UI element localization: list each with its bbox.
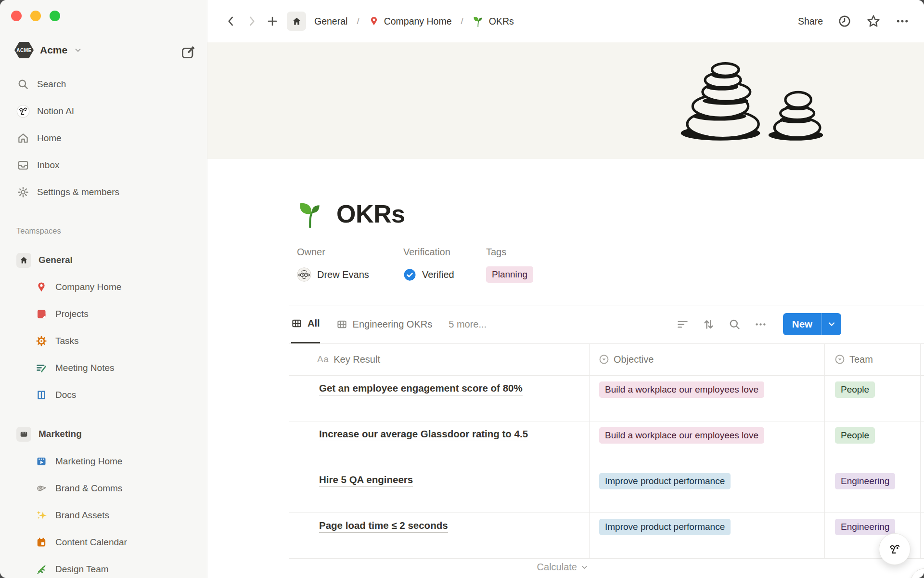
search-icon: [16, 78, 30, 91]
objective-pill[interactable]: Improve product performance: [599, 519, 731, 535]
objective-pill[interactable]: Build a workplace our employees love: [599, 427, 764, 444]
ship-wheel-icon: [35, 334, 48, 348]
table-border: [289, 421, 924, 421]
star-icon: [866, 14, 881, 28]
updates-button[interactable]: [837, 14, 852, 28]
new-button-dropdown[interactable]: [822, 313, 841, 335]
verified-badge-icon: [403, 268, 416, 281]
sidebar-item-tasks[interactable]: Tasks: [0, 330, 204, 352]
new-page-button[interactable]: [179, 43, 197, 62]
share-button[interactable]: Share: [798, 16, 823, 27]
location-pin-icon: [35, 280, 48, 294]
sidebar-item-label: Brand Assets: [55, 510, 109, 521]
breadcrumb-general[interactable]: General: [314, 16, 347, 27]
row-title-link[interactable]: Get an employee engagement score of 80%: [319, 382, 523, 395]
property-value-verification[interactable]: Verified: [403, 265, 454, 284]
sort-button[interactable]: [702, 318, 715, 331]
more-options-button[interactable]: [895, 14, 910, 28]
shell-icon: [35, 482, 48, 495]
view-tab-all[interactable]: All: [291, 305, 320, 343]
team-pill[interactable]: People: [835, 427, 875, 444]
breadcrumb-okrs[interactable]: OKRs: [473, 15, 514, 27]
new-record-button[interactable]: New: [783, 313, 841, 335]
view-tab-label: Engineering OKRs: [353, 319, 433, 330]
marketing-home-icon: [35, 455, 48, 468]
row-title-link[interactable]: Hire 5 QA engineers: [319, 474, 413, 487]
sidebar-item-meeting-notes[interactable]: Meeting Notes: [0, 357, 204, 379]
column-header-team[interactable]: Team: [835, 343, 873, 375]
row-title-link[interactable]: Page load time ≤ 2 seconds: [319, 520, 448, 533]
view-options-button[interactable]: [754, 318, 767, 331]
sidebar-item-search[interactable]: Search: [0, 74, 204, 95]
filter-button[interactable]: [676, 318, 689, 331]
table-column-border: [920, 343, 921, 558]
clapperboard-icon: [16, 427, 31, 442]
page-title[interactable]: OKRs: [336, 199, 405, 228]
notion-ai-fab[interactable]: [879, 533, 911, 565]
sidebar-item-label: Projects: [55, 309, 89, 319]
row-title-link[interactable]: Increase our average Glassdoor rating to…: [319, 428, 528, 441]
sidebar-teamspace-general[interactable]: General: [0, 250, 204, 271]
more-views-button[interactable]: 5 more...: [449, 305, 487, 343]
breadcrumb-label: OKRs: [489, 16, 514, 27]
team-pill[interactable]: People: [835, 381, 875, 398]
workspace-switcher[interactable]: ACME Acme: [14, 40, 82, 60]
page-cover[interactable]: [207, 42, 924, 159]
view-controls: New: [676, 305, 841, 343]
calculate-button[interactable]: Calculate: [496, 562, 589, 573]
compose-icon: [180, 44, 196, 61]
column-header-key-result[interactable]: Aa Key Result: [317, 343, 380, 375]
new-button-label: New: [783, 313, 821, 335]
sidebar-teamspace-marketing[interactable]: Marketing: [0, 423, 204, 445]
breadcrumb-teamspace-chip[interactable]: [287, 12, 306, 31]
sidebar-item-home[interactable]: Home: [0, 128, 204, 149]
sidebar-item-settings[interactable]: Settings & members: [0, 182, 204, 203]
property-value-owner[interactable]: Drew Evans: [297, 265, 369, 284]
minimize-window-button[interactable]: [30, 11, 41, 21]
back-button[interactable]: [225, 15, 237, 27]
objective-pill[interactable]: Build a workplace our employees love: [599, 381, 764, 398]
property-label-owner[interactable]: Owner: [297, 247, 325, 258]
property-label-tags[interactable]: Tags: [486, 247, 506, 258]
forward-button[interactable]: [245, 15, 258, 27]
tag-pill-planning[interactable]: Planning: [486, 266, 533, 283]
sidebar-item-design-team[interactable]: Design Team: [0, 559, 204, 578]
column-header-objective[interactable]: Objective: [599, 343, 654, 375]
sidebar-item-content-calendar[interactable]: Content Calendar: [0, 532, 204, 553]
favorite-button[interactable]: [866, 14, 881, 28]
house-icon: [292, 16, 302, 26]
workspace-name: Acme: [40, 44, 67, 56]
property-value-tags[interactable]: Planning: [486, 265, 533, 284]
sidebar-item-company-home[interactable]: Company Home: [0, 276, 204, 298]
gear-icon: [16, 185, 30, 199]
view-tab-engineering-okrs[interactable]: Engineering OKRs: [336, 305, 433, 343]
team-pill[interactable]: Engineering: [835, 473, 895, 489]
column-header-label: Team: [849, 354, 873, 365]
calculate-label: Calculate: [537, 562, 577, 573]
search-button[interactable]: [728, 318, 741, 331]
herb-icon: [35, 563, 48, 576]
objective-pill[interactable]: Improve product performance: [599, 473, 731, 489]
breadcrumb-company-home[interactable]: Company Home: [369, 16, 452, 27]
zoom-window-button[interactable]: [50, 11, 60, 21]
owner-name: Drew Evans: [317, 269, 369, 280]
docs-icon: [35, 388, 48, 402]
add-tab-button[interactable]: [266, 15, 279, 27]
calendar-icon: [35, 536, 48, 549]
sidebar-item-brand-assets[interactable]: Brand Assets: [0, 505, 204, 526]
sidebar-item-docs[interactable]: Docs: [0, 384, 204, 406]
sidebar-item-projects[interactable]: Projects: [0, 303, 204, 325]
close-window-button[interactable]: [11, 11, 22, 21]
clock-icon: [837, 14, 852, 28]
sidebar-item-notion-ai[interactable]: Notion AI: [0, 101, 204, 122]
property-label-verification[interactable]: Verification: [403, 247, 450, 258]
sidebar-item-inbox[interactable]: Inbox: [0, 155, 204, 176]
location-pin-icon: [369, 16, 379, 26]
sprout-icon[interactable]: [297, 200, 325, 228]
sidebar-item-brand-comms[interactable]: Brand & Comms: [0, 478, 204, 499]
teamspace-label: Marketing: [38, 429, 82, 439]
sidebar-item-marketing-home[interactable]: Marketing Home: [0, 451, 204, 472]
chevron-down-icon: [827, 319, 836, 329]
team-pill[interactable]: Engineering: [835, 519, 895, 535]
main-content: General / Company Home / OKRs Share: [207, 0, 924, 578]
